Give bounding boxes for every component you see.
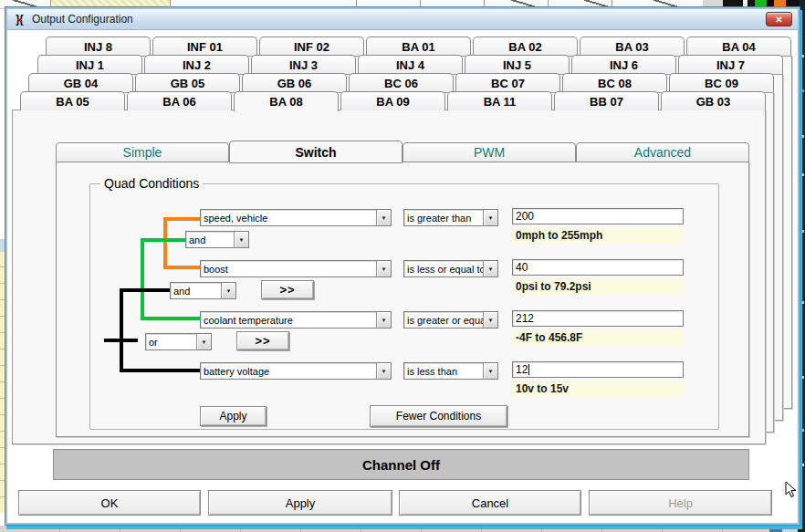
fewer-conditions-button[interactable]: Fewer Conditions xyxy=(370,405,507,427)
condition-field-value: speed, vehicle xyxy=(201,213,376,224)
condition-value-text: 200 xyxy=(516,210,534,223)
tab-pwm[interactable]: PWM xyxy=(402,142,576,162)
condition-operator-select[interactable]: is greater or equa ▼ xyxy=(403,311,498,329)
quad-conditions-title: Quad Conditions xyxy=(100,176,203,191)
condition-value-text: 12 xyxy=(516,363,528,376)
condition-range-label: 0psi to 79.2psi xyxy=(512,279,684,295)
tab-inj-6[interactable]: INJ 6 xyxy=(571,55,676,74)
tab-inf-02[interactable]: INF 02 xyxy=(259,37,364,56)
window-title-bar[interactable]: }{ ✕ Output Configuration ✕ xyxy=(7,9,798,30)
tab-gb-04[interactable]: GB 04 xyxy=(28,73,133,92)
dropdown-arrow-icon: ▼ xyxy=(376,312,391,328)
tab-inf-01[interactable]: INF 01 xyxy=(152,37,257,56)
condition-field-select[interactable]: speed, vehicle ▼ xyxy=(200,209,392,226)
tab-ba-05[interactable]: BA 05 xyxy=(20,91,125,110)
logic-bracket-black xyxy=(120,288,123,372)
logic-bracket-orange xyxy=(163,217,200,221)
logic-bracket-green xyxy=(141,238,185,242)
condition-value-input[interactable]: 40 xyxy=(512,259,684,276)
tab-switch[interactable]: Switch xyxy=(229,141,402,163)
tab-inj-5[interactable]: INJ 5 xyxy=(465,55,570,74)
mouse-cursor-icon xyxy=(785,481,797,498)
condition-field-select[interactable]: coolant temperature ▼ xyxy=(200,311,392,329)
conjunction-value: and xyxy=(171,286,221,297)
condition-operator-value: is less or equal to xyxy=(404,264,483,275)
condition-value-input[interactable]: 12 xyxy=(512,361,684,378)
tab-ba-06[interactable]: BA 06 xyxy=(127,91,232,110)
condition-field-value: boost xyxy=(201,264,376,275)
ok-button[interactable]: OK xyxy=(18,490,201,516)
tab-bc-09[interactable]: BC 09 xyxy=(669,73,774,92)
condition-value-input[interactable]: 200 xyxy=(512,208,684,224)
help-button: Help xyxy=(589,490,772,516)
window-title: Output Configuration xyxy=(32,13,133,26)
tab-simple[interactable]: Simple xyxy=(56,142,229,162)
tab-bc-07[interactable]: BC 07 xyxy=(455,73,560,92)
condition-operator-select[interactable]: is less or equal to ▼ xyxy=(403,260,498,277)
condition-range-label: -4F to 456.8F xyxy=(512,330,684,346)
app-icon: }{ ✕ xyxy=(12,13,26,26)
channel-status-bar: Channel Off xyxy=(53,449,749,480)
tab-bc-06[interactable]: BC 06 xyxy=(349,73,454,92)
active-tab-page: Simple Switch PWM Advanced Quad Conditio… xyxy=(12,110,766,444)
condition-operator-select[interactable]: is greater than ▼ xyxy=(403,209,498,226)
tab-inj-1[interactable]: INJ 1 xyxy=(37,55,142,74)
tab-gb-03[interactable]: GB 03 xyxy=(661,91,766,110)
condition-field-value: coolant temperature xyxy=(201,315,376,326)
logic-bracket-orange xyxy=(163,266,200,269)
logic-bracket-green xyxy=(141,238,144,320)
conjunction-select[interactable]: and ▼ xyxy=(170,282,236,299)
conjunction-select[interactable]: and ▼ xyxy=(185,231,249,248)
tab-bc-08[interactable]: BC 08 xyxy=(562,73,667,92)
condition-value-text: 40 xyxy=(516,261,528,274)
tab-inj-4[interactable]: INJ 4 xyxy=(358,55,463,74)
tab-ba-11[interactable]: BA 11 xyxy=(447,91,552,110)
tab-advanced[interactable]: Advanced xyxy=(576,142,749,162)
condition-value-text: 212 xyxy=(516,312,534,325)
logic-bracket-black xyxy=(104,339,138,342)
background-gauge-bars xyxy=(703,0,805,9)
tab-inj-8[interactable]: INJ 8 xyxy=(46,37,151,56)
dropdown-arrow-icon: ▼ xyxy=(376,210,391,225)
close-button[interactable]: ✕ xyxy=(766,12,792,26)
tab-bb-07[interactable]: BB 07 xyxy=(554,91,659,110)
apply-conditions-button[interactable]: Apply xyxy=(200,406,267,426)
logic-bracket-orange xyxy=(163,217,167,269)
tab-inj-7[interactable]: INJ 7 xyxy=(678,55,783,74)
condition-operator-value: is greater or equa xyxy=(404,315,483,326)
expand-conditions-button[interactable]: >> xyxy=(261,280,314,299)
tab-ba-08[interactable]: BA 08 xyxy=(234,91,339,111)
tab-ba-04[interactable]: BA 04 xyxy=(686,37,791,56)
tab-ba-03[interactable]: BA 03 xyxy=(580,37,685,56)
tab-ba-02[interactable]: BA 02 xyxy=(473,37,578,56)
logic-bracket-green xyxy=(141,317,200,320)
condition-value-input[interactable]: 212 xyxy=(512,310,684,327)
condition-field-value: battery voltage xyxy=(201,366,376,377)
app-icon-mark: ✕ xyxy=(16,14,23,27)
condition-range-label: 0mph to 255mph xyxy=(512,228,684,244)
dropdown-arrow-icon: ▼ xyxy=(196,334,211,349)
condition-operator-select[interactable]: is less than ▼ xyxy=(403,362,498,380)
tab-ba-09[interactable]: BA 09 xyxy=(340,91,445,110)
background-app-bottom-strip xyxy=(0,526,805,532)
dropdown-arrow-icon: ▼ xyxy=(221,283,235,298)
dropdown-arrow-icon: ▼ xyxy=(376,363,391,379)
condition-range-label: 10v to 15v xyxy=(512,381,684,397)
channel-status-text: Channel Off xyxy=(362,457,440,473)
tab-inj-3[interactable]: INJ 3 xyxy=(251,55,356,74)
apply-button[interactable]: Apply xyxy=(208,490,392,516)
conjunction-select[interactable]: or ▼ xyxy=(145,333,212,350)
tab-gb-06[interactable]: GB 06 xyxy=(242,73,347,92)
condition-field-select[interactable]: boost ▼ xyxy=(200,260,392,277)
text-cursor xyxy=(528,364,529,375)
mode-tab-strip: Simple Switch PWM Advanced xyxy=(56,142,749,165)
tab-ba-01[interactable]: BA 01 xyxy=(366,37,471,56)
tab-inj-2[interactable]: INJ 2 xyxy=(144,55,249,74)
condition-field-select[interactable]: battery voltage ▼ xyxy=(200,362,392,380)
cancel-button[interactable]: Cancel xyxy=(399,490,581,516)
expand-conditions-button[interactable]: >> xyxy=(236,331,289,350)
background-hatch-cell xyxy=(51,0,170,9)
background-app-left-strip xyxy=(0,9,7,526)
tab-gb-05[interactable]: GB 05 xyxy=(135,73,240,92)
logic-bracket-black xyxy=(120,288,170,292)
